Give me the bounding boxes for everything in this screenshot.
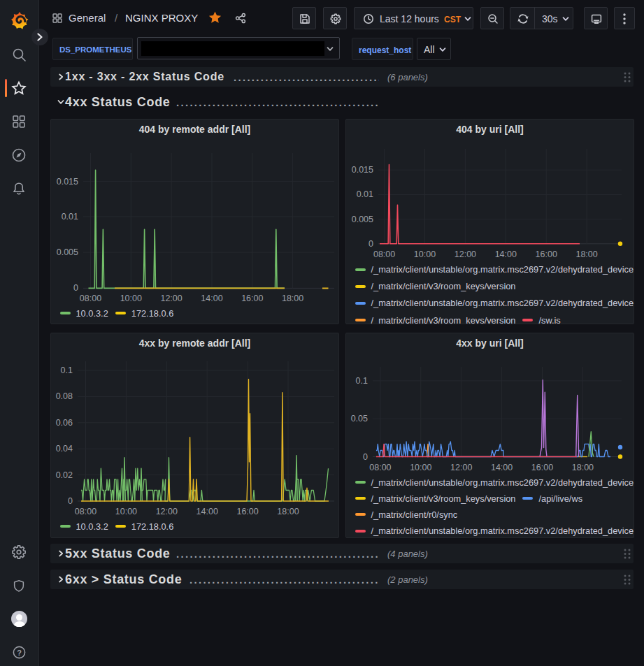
svg-text:12:00: 12:00 [450,463,472,472]
svg-text:16:00: 16:00 [241,294,263,303]
svg-text:08:00: 08:00 [75,507,96,516]
svg-text:10:00: 10:00 [414,249,436,259]
svg-text:14:00: 14:00 [196,507,218,516]
svg-text:14:00: 14:00 [201,294,222,303]
svg-text:16:00: 16:00 [236,507,258,516]
svg-text:0.04: 0.04 [56,444,73,454]
svg-text:10:00: 10:00 [115,507,137,516]
svg-text:12:00: 12:00 [455,249,476,259]
svg-text:14:00: 14:00 [495,249,517,259]
svg-text:0: 0 [68,496,73,506]
svg-text:0.02: 0.02 [56,470,73,480]
svg-text:0.015: 0.015 [352,165,373,175]
svg-text:18:00: 18:00 [277,507,299,516]
svg-text:?: ? [17,649,22,657]
svg-text:0.08: 0.08 [56,391,73,401]
svg-text:08:00: 08:00 [80,294,101,303]
svg-text:0.1: 0.1 [356,376,368,386]
svg-text:12:00: 12:00 [156,507,178,516]
svg-text:08:00: 08:00 [369,463,391,472]
svg-text:0.06: 0.06 [56,418,73,428]
svg-text:16:00: 16:00 [531,463,553,472]
svg-text:14:00: 14:00 [491,463,513,472]
svg-text:18:00: 18:00 [575,249,597,259]
svg-text:0.01: 0.01 [357,189,373,199]
svg-text:0: 0 [368,239,373,249]
svg-text:0: 0 [73,283,78,293]
svg-text:0.01: 0.01 [62,212,78,222]
svg-text:18:00: 18:00 [282,294,303,303]
svg-text:18:00: 18:00 [572,463,594,472]
svg-text:16:00: 16:00 [536,249,557,259]
svg-text:10:00: 10:00 [120,294,142,303]
svg-text:08:00: 08:00 [373,249,395,259]
svg-text:0.005: 0.005 [57,247,78,257]
svg-text:0.005: 0.005 [352,215,373,224]
svg-text:0: 0 [363,452,368,462]
svg-text:10:00: 10:00 [410,463,431,472]
svg-text:0.1: 0.1 [61,365,73,375]
svg-text:12:00: 12:00 [160,294,182,303]
svg-text:0.05: 0.05 [351,414,368,424]
svg-text:0.015: 0.015 [57,177,78,187]
